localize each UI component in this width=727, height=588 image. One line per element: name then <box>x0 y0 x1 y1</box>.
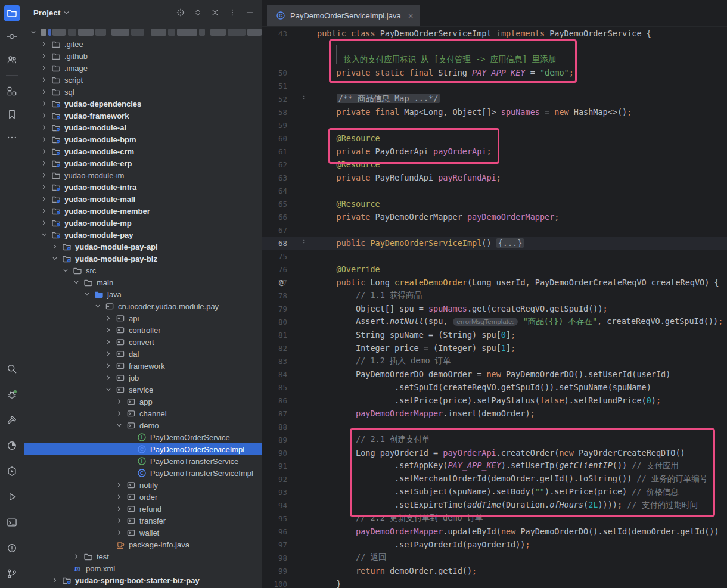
chevron-right-icon[interactable] <box>72 552 81 561</box>
code-line-43[interactable]: 43public class PayDemoOrderServiceImpl i… <box>262 27 727 40</box>
chevron-right-icon[interactable] <box>39 170 49 180</box>
code-line-58[interactable]: 58private final Map<Long, Object[]> spuN… <box>262 105 727 119</box>
tree-item-yudao-module-pay[interactable]: yudao-module-pay <box>24 229 262 241</box>
chevron-down-icon[interactable] <box>114 421 124 430</box>
chevron-right-icon[interactable] <box>50 575 60 585</box>
tree-item-job[interactable]: job <box>24 372 262 384</box>
code-line-93[interactable]: 93.setSubject(spuName).setBody("").setPr… <box>262 486 727 499</box>
chevron-right-icon[interactable] <box>39 182 49 192</box>
code-line-99[interactable]: 99return demoOrder.getId(); <box>262 564 727 577</box>
tree-item-paydemoorderserviceimpl[interactable]: CPayDemoOrderServiceImpl <box>24 443 262 455</box>
code-line-92[interactable]: 92.setMerchantOrderId(demoOrder.getId().… <box>262 472 727 486</box>
chevron-right-icon[interactable] <box>39 158 49 168</box>
run-tool-button[interactable] <box>4 489 20 505</box>
chevron-down-icon[interactable] <box>104 385 113 394</box>
chevron-down-icon[interactable] <box>72 278 81 287</box>
tree-item-notify[interactable]: notify <box>24 479 262 491</box>
tree-item-package-info-java[interactable]: package-info.java <box>24 539 262 550</box>
chevron-right-icon[interactable] <box>114 409 124 418</box>
code-line-68[interactable]: 68public PayDemoOrderServiceImpl() {...} <box>262 237 727 250</box>
tree-item-controller[interactable]: controller <box>24 324 262 336</box>
chevron-right-icon[interactable] <box>114 397 124 406</box>
tree-item-api[interactable]: api <box>24 312 262 324</box>
fold-arrow-icon[interactable] <box>302 239 307 244</box>
project-panel-title[interactable]: Project <box>33 8 60 17</box>
code-line-84[interactable]: 84PayDemoOrderDO demoOrder = new PayDemo… <box>262 368 727 381</box>
structure-tool-button[interactable] <box>4 83 20 99</box>
tree-item-refund[interactable]: refund <box>24 503 262 515</box>
services-tool-button[interactable] <box>4 463 20 480</box>
code-line-83[interactable]: 83// 1.2 插入 demo 订单 <box>262 354 727 368</box>
code-line-96[interactable]: 96payDemoOrderMapper.updateById(new PayD… <box>262 525 727 538</box>
code-line-65[interactable]: 65@Resource <box>262 197 727 210</box>
chevron-right-icon[interactable] <box>104 373 113 382</box>
tree-item-app[interactable]: app <box>24 396 262 407</box>
tree-item-java[interactable]: java <box>24 288 262 300</box>
code-line-59[interactable]: 59 <box>262 119 727 132</box>
code-line-79[interactable]: 79Object[] spu = spuNames.get(createReqV… <box>262 302 727 315</box>
code-line-100[interactable]: 100} <box>262 577 727 588</box>
terminal-tool-button[interactable] <box>4 514 20 531</box>
code-line-52[interactable]: 52/** 商品信息 Map ...*/ <box>262 92 727 105</box>
chevron-right-icon[interactable] <box>114 492 124 502</box>
chevron-right-icon[interactable] <box>104 349 113 359</box>
tree-item-dal[interactable]: dal <box>24 348 262 360</box>
chevron-down-icon[interactable] <box>39 230 49 239</box>
chevron-right-icon[interactable] <box>39 206 49 216</box>
code-line-61[interactable]: 61private PayOrderApi payOrderApi; <box>262 145 727 158</box>
more-tools-tool-button[interactable] <box>4 129 20 146</box>
code-line-87[interactable]: 87payDemoOrderMapper.insert(demoOrder); <box>262 407 727 420</box>
project-tool-button[interactable] <box>4 5 20 21</box>
code-line-88[interactable]: 88 <box>262 420 727 433</box>
tree-item--gitee[interactable]: .gitee <box>24 38 262 50</box>
code-line-97[interactable]: 97.setPayOrderId(payOrderId)); <box>262 538 727 551</box>
editor-tab[interactable]: C PayDemoOrderServiceImpl.java × <box>267 5 420 26</box>
chevron-right-icon[interactable] <box>39 111 49 120</box>
tree-item-yudao-spring-boot-starter-biz-pay[interactable]: yudao-spring-boot-starter-biz-pay <box>24 574 262 586</box>
collapse-all-icon[interactable] <box>210 8 220 17</box>
tree-item-test[interactable]: test <box>24 550 262 562</box>
tree-item-yudao-module-crm[interactable]: yudao-module-crm <box>24 145 262 157</box>
debug-tool-button[interactable] <box>4 386 20 403</box>
expand-collapse-icon[interactable] <box>193 8 203 17</box>
tree-item-main[interactable]: main <box>24 276 262 288</box>
code-line[interactable] <box>262 40 727 53</box>
chevron-down-icon[interactable] <box>82 290 92 299</box>
chevron-right-icon[interactable] <box>104 313 113 323</box>
code-line-89[interactable]: 89// 2.1 创建支付单 <box>262 433 727 446</box>
tree-item-yudao-dependencies[interactable]: yudao-dependencies <box>24 98 262 110</box>
annotated-icon[interactable]: @ <box>279 278 284 287</box>
tree-item-sql[interactable]: sql <box>24 86 262 98</box>
close-icon[interactable]: × <box>408 11 414 20</box>
tree-item-yudao-module-bpm[interactable]: yudao-module-bpm <box>24 133 262 145</box>
code-line-81[interactable]: 81String spuName = (String) spu[0]; <box>262 328 727 341</box>
select-opened-file-icon[interactable] <box>176 8 185 17</box>
chevron-right-icon[interactable] <box>39 39 49 49</box>
code-line-77[interactable]: 77I@public Long createDemoOrder(Long use… <box>262 276 727 289</box>
code-line-75[interactable]: 75 <box>262 250 727 263</box>
chevron-right-icon[interactable] <box>39 99 49 108</box>
code-line-85[interactable]: 85.setSpuId(createReqVO.getSpuId()).setS… <box>262 381 727 394</box>
tree-item-convert[interactable]: convert <box>24 336 262 348</box>
code-line-82[interactable]: 82Integer price = (Integer) spu[1]; <box>262 341 727 354</box>
chevron-down-icon[interactable] <box>61 266 70 275</box>
chevron-down-icon[interactable] <box>63 10 70 16</box>
tree-item-yudao-module-pay-api[interactable]: yudao-module-pay-api <box>24 241 262 253</box>
chevron-right-icon[interactable] <box>104 325 113 335</box>
code-line-67[interactable]: 67 <box>262 223 727 237</box>
tree-item--image[interactable]: .image <box>24 62 262 74</box>
tree-item-transfer[interactable]: transfer <box>24 515 262 527</box>
code-line-50[interactable]: 50private static final String PAY_APP_KE… <box>262 66 727 79</box>
chevron-right-icon[interactable] <box>39 218 49 228</box>
code-line-66[interactable]: 66private PayDemoOrderMapper payDemoOrde… <box>262 210 727 223</box>
chevron-right-icon[interactable] <box>39 194 49 204</box>
tree-item-framework[interactable]: framework <box>24 360 262 372</box>
chevron-right-icon[interactable] <box>39 51 49 61</box>
fold-arrow-icon[interactable] <box>302 95 307 100</box>
chevron-right-icon[interactable] <box>114 504 124 514</box>
chevron-right-icon[interactable] <box>39 63 49 73</box>
code-line-60[interactable]: 60@Resource <box>262 132 727 145</box>
chevron-right-icon[interactable] <box>114 528 124 537</box>
chevron-right-icon[interactable] <box>114 516 124 525</box>
chevron-right-icon[interactable] <box>39 87 49 97</box>
